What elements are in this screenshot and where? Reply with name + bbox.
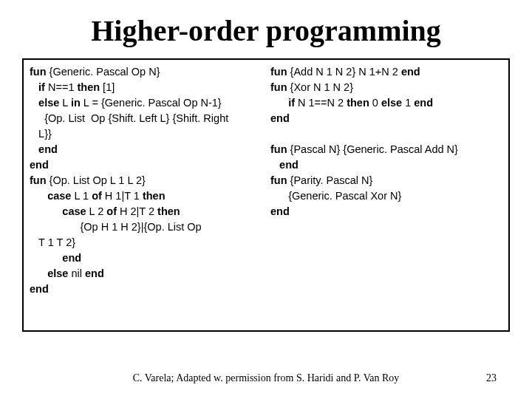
kw-end: end [30, 159, 49, 171]
kw-fun: fun [270, 66, 287, 78]
kw-then: then [143, 190, 166, 202]
code-text: 0 [369, 97, 381, 109]
kw-then: then [347, 97, 369, 109]
code-text: {Generic. Pascal Xor N} [270, 190, 401, 202]
code-text: L [59, 97, 71, 109]
code-text: {Add N 1 N 2} N 1+N 2 [287, 66, 401, 78]
kw-end: end [270, 205, 290, 217]
code-text: N==1 [45, 81, 78, 93]
code-text: nil [68, 267, 85, 279]
code-text: {Op H 1 H 2}|{Op. List Op [30, 221, 202, 233]
slide: Higher-order programming fun {Generic. P… [0, 0, 532, 399]
code-text: {Xor N 1 N 2} [287, 81, 353, 93]
kw-in: in [71, 97, 81, 109]
kw-fun: fun [270, 143, 287, 155]
page-number: 23 [486, 372, 497, 384]
footer-attribution: C. Varela; Adapted w. permission from S.… [0, 372, 532, 384]
kw-else: else [381, 97, 402, 109]
code-text: N 1==N 2 [295, 97, 347, 109]
kw-of: of [106, 205, 117, 217]
kw-else: else [30, 97, 59, 109]
kw-case: case [30, 205, 86, 217]
kw-end: end [414, 97, 433, 109]
kw-of: of [92, 190, 102, 202]
kw-else: else [30, 267, 68, 279]
kw-fun: fun [270, 81, 287, 93]
code-column-right: fun {Add N 1 N 2} N 1+N 2 end fun {Xor N… [266, 64, 502, 326]
kw-fun: fun [30, 174, 47, 186]
kw-case: case [30, 190, 71, 202]
code-text: L = {Generic. Pascal Op N-1} [81, 97, 222, 109]
code-text: {Op. List Op L 1 L 2} [47, 174, 146, 186]
code-text: {Op. List Op {Shift. Left L} {Shift. Rig… [30, 112, 228, 124]
kw-end: end [85, 267, 104, 279]
kw-if: if [270, 97, 295, 109]
kw-end: end [401, 66, 420, 78]
code-column-left: fun {Generic. Pascal Op N} if N==1 then … [30, 64, 266, 326]
kw-fun: fun [270, 174, 287, 186]
code-text: {Generic. Pascal Op N} [47, 66, 160, 78]
code-text: L 1 [71, 190, 92, 202]
kw-end: end [30, 283, 49, 295]
code-text: L}} [30, 128, 52, 140]
code-text: {Pascal N} {Generic. Pascal Add N} [287, 143, 458, 155]
slide-title: Higher-order programming [22, 13, 510, 48]
code-text: L 2 [86, 205, 107, 217]
kw-end: end [270, 159, 299, 171]
code-text: H 1|T 1 [102, 190, 143, 202]
code-box: fun {Generic. Pascal Op N} if N==1 then … [22, 58, 510, 332]
code-text: [1] [100, 81, 115, 93]
code-text: {Parity. Pascal N} [287, 174, 373, 186]
code-text: T 1 T 2} [30, 236, 75, 248]
kw-end: end [270, 112, 290, 124]
kw-fun: fun [30, 66, 47, 78]
code-text: 1 [402, 97, 414, 109]
code-text: H 2|T 2 [117, 205, 157, 217]
kw-if: if [30, 81, 45, 93]
kw-then: then [77, 81, 100, 93]
kw-then: then [157, 205, 180, 217]
kw-end: end [30, 252, 81, 264]
kw-end: end [30, 143, 58, 155]
